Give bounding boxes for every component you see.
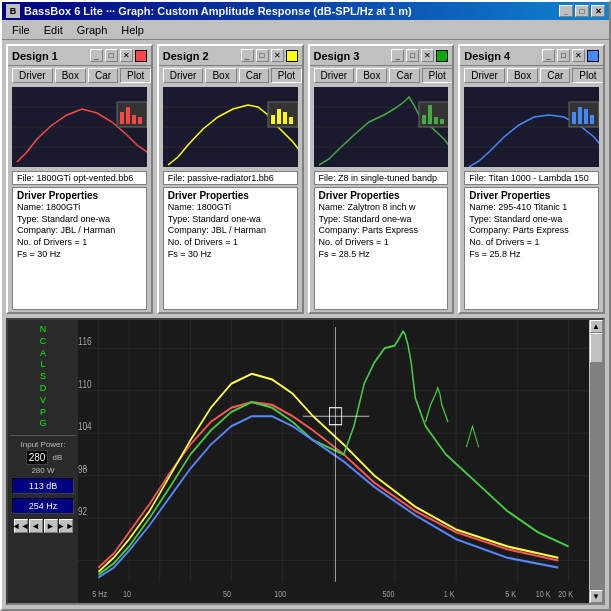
design-panel-4: Design 4 _ □ ✕ Driver Box Car Plot (458, 44, 605, 314)
design4-maximize[interactable]: □ (557, 49, 570, 62)
design-panel-1: Design 1 _ □ ✕ Driver Box Car Plot (6, 44, 153, 314)
design2-props-title: Driver Properties (168, 190, 293, 201)
scrollbar-thumb[interactable] (590, 333, 603, 363)
design2-color (286, 50, 298, 62)
design3-tab-plot[interactable]: Plot (422, 68, 453, 83)
design2-minimize[interactable]: _ (241, 49, 254, 62)
design3-tabs: Driver Box Car Plot (310, 66, 453, 85)
sidebar-letter-s: S (10, 371, 76, 382)
svg-text:92: 92 (78, 505, 87, 518)
value-display-1: 113 dB (12, 478, 74, 494)
design-panel-2: Design 2 _ □ ✕ Driver Box Car Plot (157, 44, 304, 314)
svg-rect-26 (440, 119, 444, 124)
graph-canvas[interactable]: 116 110 104 98 92 5 Hz 10 50 100 500 1 K… (78, 320, 589, 603)
nav-forward[interactable]: ► (44, 519, 58, 533)
design3-color (436, 50, 448, 62)
svg-rect-5 (120, 112, 124, 124)
watts-unit: W (45, 466, 55, 475)
design1-tab-car[interactable]: Car (88, 68, 118, 83)
nav-back[interactable]: ◄ (29, 519, 43, 533)
design4-close[interactable]: ✕ (572, 49, 585, 62)
design4-tab-box[interactable]: Box (507, 68, 538, 83)
design3-driver-props: Driver Properties Name: Zalytron 8 inch … (314, 187, 449, 310)
input-power-label: Input Power: (10, 440, 76, 449)
svg-rect-35 (590, 115, 594, 124)
design2-maximize[interactable]: □ (256, 49, 269, 62)
design4-tabs: Driver Box Car Plot (460, 66, 603, 85)
menu-file[interactable]: File (6, 22, 36, 38)
design4-minimize[interactable]: _ (542, 49, 555, 62)
design3-tab-car[interactable]: Car (389, 68, 419, 83)
design1-tab-driver[interactable]: Driver (12, 68, 53, 83)
design2-tab-plot[interactable]: Plot (271, 68, 302, 83)
close-button[interactable]: ✕ (591, 5, 605, 17)
design4-prop-drivers: No. of Drivers = 1 (469, 237, 594, 249)
menu-graph[interactable]: Graph (71, 22, 114, 38)
svg-rect-33 (578, 107, 582, 124)
scrollbar-up[interactable]: ▲ (590, 320, 603, 333)
design3-close[interactable]: ✕ (421, 49, 434, 62)
design1-title: Design 1 (12, 50, 58, 62)
svg-text:50: 50 (223, 588, 231, 599)
sidebar-letter-l: L (10, 359, 76, 370)
design4-tab-driver[interactable]: Driver (464, 68, 505, 83)
design1-tab-plot[interactable]: Plot (120, 68, 151, 83)
design2-close[interactable]: ✕ (271, 49, 284, 62)
nav-rewind[interactable]: ◄◄ (14, 519, 28, 533)
power-unit: dB (52, 453, 62, 462)
design3-controls: _ □ ✕ (391, 49, 448, 62)
design1-maximize[interactable]: □ (105, 49, 118, 62)
scrollbar-down[interactable]: ▼ (590, 590, 603, 603)
design4-driver-props: Driver Properties Name: 295-410 Titanic … (464, 187, 599, 310)
design2-tab-driver[interactable]: Driver (163, 68, 204, 83)
design4-header: Design 4 _ □ ✕ (460, 46, 603, 66)
svg-rect-8 (138, 117, 142, 124)
design2-prop-fs: Fs = 30 Hz (168, 249, 293, 261)
power-watts: 280 W (10, 466, 76, 475)
design1-minimize[interactable]: _ (90, 49, 103, 62)
svg-rect-32 (572, 112, 576, 124)
menu-edit[interactable]: Edit (38, 22, 69, 38)
svg-rect-23 (422, 115, 426, 124)
design1-tab-box[interactable]: Box (55, 68, 86, 83)
minimize-button[interactable]: _ (559, 5, 573, 17)
svg-text:104: 104 (78, 420, 92, 433)
title-bar: B BassBox 6 Lite ··· Graph: Custom Ampli… (2, 2, 609, 20)
design2-tab-car[interactable]: Car (239, 68, 269, 83)
design4-tab-plot[interactable]: Plot (572, 68, 603, 83)
design3-file: File: Z8 in single-tuned bandp (314, 171, 449, 185)
sidebar-letter-d: D (10, 383, 76, 394)
design1-close[interactable]: ✕ (120, 49, 133, 62)
main-window: B BassBox 6 Lite ··· Graph: Custom Ampli… (0, 0, 611, 611)
design2-driver-props: Driver Properties Name: 1800GTi Type: St… (163, 187, 298, 310)
design3-prop-type: Type: Standard one-wa (319, 214, 444, 226)
power-w-value: 280 (31, 466, 44, 475)
svg-rect-6 (126, 107, 130, 124)
design1-prop-fs: Fs = 30 Hz (17, 249, 142, 261)
design2-tab-box[interactable]: Box (205, 68, 236, 83)
design3-tab-driver[interactable]: Driver (314, 68, 355, 83)
svg-text:1 K: 1 K (444, 588, 455, 599)
design3-maximize[interactable]: □ (406, 49, 419, 62)
design1-prop-drivers: No. of Drivers = 1 (17, 237, 142, 249)
design2-file: File: passive-radiator1.bb6 (163, 171, 298, 185)
design4-prop-company: Company: Parts Express (469, 225, 594, 237)
design2-mini-graph (163, 87, 298, 167)
maximize-button[interactable]: □ (575, 5, 589, 17)
scrollbar-track[interactable] (590, 333, 603, 590)
sidebar-letter-v: V (10, 395, 76, 406)
svg-text:20 K: 20 K (558, 588, 573, 599)
svg-text:116: 116 (78, 335, 92, 348)
design3-prop-fs: Fs = 28.5 Hz (319, 249, 444, 261)
menu-help[interactable]: Help (115, 22, 150, 38)
design3-tab-box[interactable]: Box (356, 68, 387, 83)
main-graph-svg: 116 110 104 98 92 5 Hz 10 50 100 500 1 K… (78, 320, 589, 603)
design4-title: Design 4 (464, 50, 510, 62)
design4-tab-car[interactable]: Car (540, 68, 570, 83)
design3-prop-name: Name: Zalytron 8 inch w (319, 202, 444, 214)
design4-graph-svg (464, 87, 599, 167)
nav-fast-forward[interactable]: ►► (59, 519, 73, 533)
sidebar-letter-c: C (10, 336, 76, 347)
svg-rect-34 (584, 109, 588, 124)
design3-minimize[interactable]: _ (391, 49, 404, 62)
